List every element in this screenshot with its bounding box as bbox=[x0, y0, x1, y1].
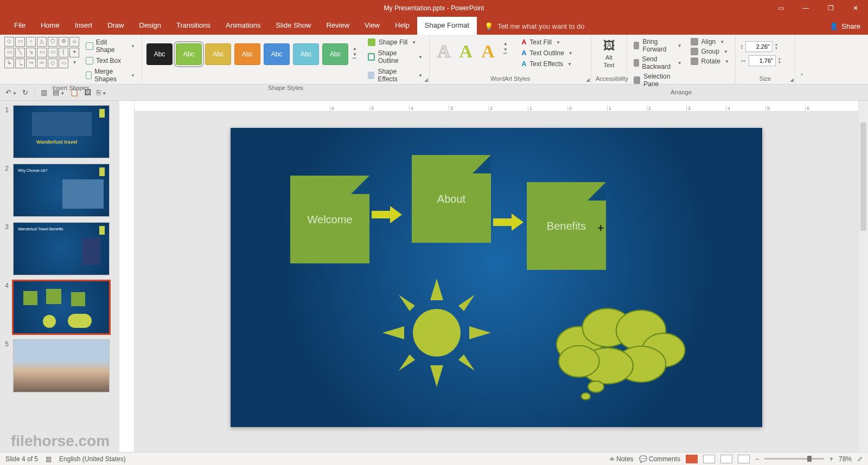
wordart-swatch-2[interactable]: A bbox=[459, 41, 473, 62]
style-swatch-5[interactable]: Abc bbox=[264, 43, 290, 65]
text-outline-button[interactable]: AText Outline▼ bbox=[520, 49, 575, 57]
slide-thumbnail-panel[interactable]: 1 Wanderlust travel 2 Why Choose Us? 3 W… bbox=[0, 101, 119, 452]
tab-view[interactable]: View bbox=[357, 17, 387, 35]
text-effects-label: Text Effects bbox=[529, 60, 563, 68]
align-label: Align bbox=[701, 38, 716, 46]
vertical-scrollbar[interactable] bbox=[858, 101, 868, 452]
style-swatch-3[interactable]: Abc bbox=[205, 43, 231, 65]
view-reading-button[interactable] bbox=[720, 455, 732, 463]
zoom-out-button[interactable]: − bbox=[755, 455, 759, 463]
minimize-button[interactable]: ― bbox=[793, 0, 818, 16]
wordart-swatch-3[interactable]: A bbox=[481, 41, 495, 62]
height-input[interactable] bbox=[745, 41, 773, 52]
fit-to-window-button[interactable]: ⤢ bbox=[857, 455, 863, 463]
edit-shape-button[interactable]: Edit Shape▼ bbox=[84, 38, 137, 54]
collapse-ribbon-button[interactable]: ˄ bbox=[795, 35, 808, 84]
merge-shapes-button[interactable]: Merge Shapes▼ bbox=[84, 67, 137, 83]
tab-transitions[interactable]: Transitions bbox=[169, 17, 218, 35]
svg-marker-2 bbox=[430, 365, 443, 387]
tab-shape-format[interactable]: Shape Format bbox=[417, 17, 477, 35]
view-sorter-button[interactable] bbox=[703, 455, 715, 463]
maximize-button[interactable]: ❐ bbox=[818, 0, 843, 16]
edit-shape-icon bbox=[86, 42, 93, 50]
tab-animations[interactable]: Animations bbox=[218, 17, 268, 35]
close-button[interactable]: ✕ bbox=[843, 0, 868, 16]
text-box-label: Text Box bbox=[96, 57, 121, 64]
shape-sun[interactable] bbox=[382, 279, 491, 387]
text-effects-button[interactable]: AText Effects▼ bbox=[520, 60, 575, 68]
style-swatch-7[interactable]: Abc bbox=[322, 43, 348, 65]
shape-thought-cloud[interactable] bbox=[545, 296, 692, 404]
rotate-button[interactable]: Rotate▼ bbox=[688, 57, 731, 65]
text-box-icon bbox=[86, 57, 93, 64]
shape-outline-button[interactable]: Shape Outline▼ bbox=[366, 49, 425, 65]
view-slideshow-button[interactable] bbox=[738, 455, 750, 463]
shapes-gallery[interactable]: ◇▭○△⬡⚙☺ ▭╲↘▭▭{✦ ↳⎿↪⇨◇▭▾ bbox=[4, 37, 79, 68]
shape-welcome[interactable]: Welcome bbox=[290, 176, 369, 263]
view-normal-button[interactable] bbox=[686, 455, 698, 463]
tab-help[interactable]: Help bbox=[387, 17, 417, 35]
tab-review[interactable]: Review bbox=[318, 17, 357, 35]
slide-counter[interactable]: Slide 4 of 5 bbox=[5, 455, 38, 463]
zoom-level[interactable]: 78% bbox=[839, 455, 852, 463]
height-spinner[interactable]: ▲▼ bbox=[775, 43, 778, 50]
tab-file[interactable]: File bbox=[7, 17, 33, 35]
send-backward-button[interactable]: Send Backward▼ bbox=[631, 55, 684, 70]
shape-width-field[interactable]: ↔ ▲▼ bbox=[740, 55, 781, 66]
width-spinner[interactable]: ▲▼ bbox=[778, 57, 781, 64]
dialog-launcher-icon[interactable]: ◢ bbox=[790, 77, 794, 82]
style-swatch-6[interactable]: Abc bbox=[293, 43, 319, 65]
thumbnail-4[interactable]: 4 bbox=[3, 281, 116, 334]
group-button[interactable]: Group▼ bbox=[688, 48, 731, 55]
wordart-gallery[interactable]: A A A ▲▼▔ bbox=[434, 37, 511, 62]
slide-editor[interactable]: 6543210123456 Welcome About Benefits bbox=[119, 101, 868, 452]
align-button[interactable]: Align▼ bbox=[688, 38, 731, 46]
spellcheck-icon[interactable]: ▥ bbox=[46, 455, 52, 463]
selection-pane-button[interactable]: Selection Pane bbox=[631, 73, 684, 88]
language-indicator[interactable]: English (United States) bbox=[59, 455, 126, 463]
text-box-button[interactable]: Text Box bbox=[84, 56, 137, 65]
group-insert-shapes: ◇▭○△⬡⚙☺ ▭╲↘▭▭{✦ ↳⎿↪⇨◇▭▾ Edit Shape▼ Text… bbox=[0, 35, 142, 84]
share-button[interactable]: 👤 Share bbox=[829, 22, 860, 35]
ribbon-display-options-button[interactable]: ▭ bbox=[768, 0, 793, 16]
shape-fill-button[interactable]: Shape Fill▼ bbox=[366, 38, 425, 47]
arrow-1[interactable] bbox=[372, 206, 403, 223]
tab-home[interactable]: Home bbox=[33, 17, 67, 35]
slide-number: 3 bbox=[3, 222, 9, 275]
width-input[interactable] bbox=[749, 55, 776, 66]
style-swatch-2[interactable]: Abc bbox=[176, 43, 202, 65]
tab-slideshow[interactable]: Slide Show bbox=[268, 17, 318, 35]
notes-button[interactable]: ≐ Notes bbox=[609, 455, 634, 463]
style-swatch-4[interactable]: Abc bbox=[234, 43, 260, 65]
thumbnail-1[interactable]: 1 Wanderlust travel bbox=[3, 105, 116, 158]
comments-button[interactable]: 💬 Comments bbox=[639, 455, 680, 463]
dialog-launcher-icon[interactable]: ◢ bbox=[586, 77, 590, 82]
tab-design[interactable]: Design bbox=[132, 17, 169, 35]
wordart-swatch-1[interactable]: A bbox=[437, 41, 451, 62]
slide-number: 2 bbox=[3, 164, 9, 217]
thumbnail-2[interactable]: 2 Why Choose Us? bbox=[3, 164, 116, 217]
shape-height-field[interactable]: ↕ ▲▼ bbox=[740, 41, 781, 52]
gallery-scroll[interactable]: ▲▼▔ bbox=[353, 46, 357, 63]
gallery-scroll[interactable]: ▲▼▔ bbox=[503, 41, 508, 62]
shape-effects-button[interactable]: Shape Effects▼ bbox=[366, 67, 425, 83]
arrow-2[interactable] bbox=[493, 214, 525, 231]
svg-marker-8 bbox=[458, 354, 475, 371]
shape-style-gallery[interactable]: Abc Abc Abc Abc Abc Abc Abc ▲▼▔ bbox=[146, 37, 357, 65]
shape-about[interactable]: About bbox=[412, 155, 491, 243]
shape-benefits[interactable]: Benefits bbox=[527, 182, 606, 270]
style-swatch-1[interactable]: Abc bbox=[146, 43, 173, 65]
zoom-slider[interactable] bbox=[764, 458, 824, 460]
thumbnail-3[interactable]: 3 Wanderlust Travel Benefits bbox=[3, 222, 116, 275]
thumbnail-5[interactable]: 5 bbox=[3, 339, 116, 392]
text-fill-button[interactable]: AText Fill▼ bbox=[520, 38, 575, 47]
bring-forward-button[interactable]: Bring Forward▼ bbox=[631, 38, 684, 53]
alt-text-button[interactable]: 🖼 Alt Text bbox=[596, 37, 622, 68]
dialog-launcher-icon[interactable]: ◢ bbox=[424, 77, 428, 82]
tab-draw[interactable]: Draw bbox=[100, 17, 131, 35]
tell-me-search[interactable]: 💡 Tell me what you want to do bbox=[477, 22, 592, 30]
zoom-in-button[interactable]: + bbox=[829, 455, 833, 463]
svg-marker-7 bbox=[399, 354, 415, 371]
slide-canvas[interactable]: Welcome About Benefits bbox=[231, 128, 762, 427]
tab-insert[interactable]: Insert bbox=[67, 17, 100, 35]
